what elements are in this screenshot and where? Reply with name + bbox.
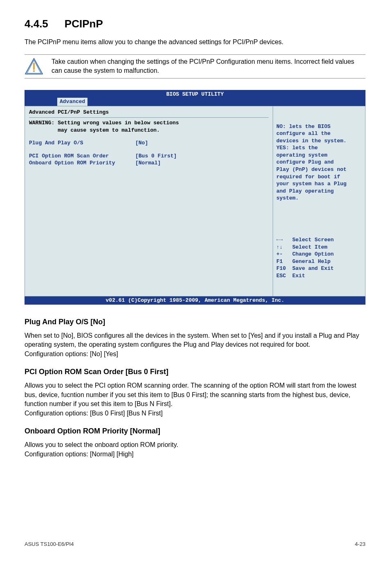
bios-title: BIOS SETUP UTILITY <box>25 90 365 98</box>
bios-value: [Normal] <box>135 159 161 167</box>
bios-warn-line-1: WARNING: Setting wrong values in below s… <box>29 119 269 127</box>
section-heading: 4.4.5PCIPnP <box>25 16 365 31</box>
caution-icon <box>25 58 43 75</box>
bios-row-plug-and-play: Plug And Play O/S [No] <box>29 139 269 147</box>
bios-left-pane: Advanced PCI/PnP Settings WARNING: Setti… <box>25 106 273 296</box>
bios-tabbar: Advanced <box>25 98 365 106</box>
bios-label: Onboard Option ROM Priority <box>29 159 135 167</box>
bios-footer: v02.61 (C)Copyright 1985-2009, American … <box>25 296 365 305</box>
bios-screenshot: BIOS SETUP UTILITY Advanced Advanced PCI… <box>25 90 365 305</box>
bios-value: [No] <box>135 139 148 147</box>
sub1-body: When set to [No], BIOS configures all th… <box>25 331 365 359</box>
footer-left: ASUS TS100-E6/PI4 <box>25 541 74 548</box>
bios-label: Plug And Play O/S <box>29 139 135 147</box>
page-footer: ASUS TS100-E6/PI4 4-23 <box>25 541 365 548</box>
sub3-title: Onboard Option ROM Priority [Normal] <box>25 426 365 436</box>
sub2-title: PCI Option ROM Scan Order [Bus 0 First] <box>25 367 365 377</box>
caution-box: Take caution when changing the settings … <box>25 54 365 79</box>
bios-tab-advanced: Advanced <box>57 98 87 106</box>
bios-help-text: NO: lets the BIOS configure all the devi… <box>276 123 362 202</box>
bios-label: PCI Option ROM Scan Order <box>29 153 135 160</box>
bios-keys-text: ←→ Select Screen ↑↓ Select Item +- Chang… <box>276 236 362 279</box>
svg-point-3 <box>33 70 35 72</box>
bios-right-pane: NO: lets the BIOS configure all the devi… <box>273 106 365 296</box>
bios-divider <box>29 117 269 118</box>
bios-value: [Bus 0 First] <box>135 153 177 160</box>
sub3-body: Allows you to select the onboard option … <box>25 440 365 459</box>
bios-left-heading: Advanced PCI/PnP Settings <box>29 109 269 116</box>
bios-body: Advanced PCI/PnP Settings WARNING: Setti… <box>25 106 365 297</box>
bios-row-pci-option-rom: PCI Option ROM Scan Order [Bus 0 First] <box>29 153 269 160</box>
sub1-title: Plug And Play O/S [No] <box>25 317 365 327</box>
section-title: PCIPnP <box>65 18 103 30</box>
footer-right: 4-23 <box>355 541 365 548</box>
bios-row-onboard-option-rom: Onboard Option ROM Priority [Normal] <box>29 159 269 167</box>
bios-warn-line-2: may cause system to malfunction. <box>29 127 269 134</box>
sub2-body: Allows you to select the PCI option ROM … <box>25 381 365 418</box>
intro-text: The PCIPnP menu items allow you to chang… <box>25 38 365 47</box>
section-number: 4.4.5 <box>25 16 48 31</box>
caution-text: Take caution when changing the settings … <box>52 57 365 76</box>
